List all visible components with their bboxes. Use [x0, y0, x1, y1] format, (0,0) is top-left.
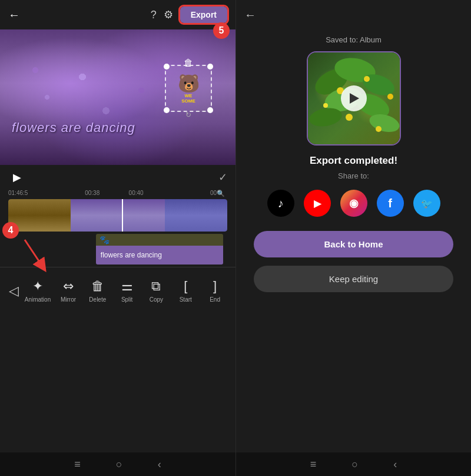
zoom-icon[interactable]: 🔍 — [217, 190, 225, 197]
delete-label: Delete — [89, 296, 106, 303]
left-system-nav: ≡ ○ ‹ — [0, 452, 236, 476]
timeline-strip[interactable] — [8, 199, 227, 232]
strip-segment-3 — [165, 199, 227, 232]
left-header: ← ? ⚙ Export — [0, 0, 236, 29]
tool-end[interactable]: ] End — [203, 279, 227, 303]
right-panel: ← Saved to: Album — [236, 0, 471, 476]
tool-mirror[interactable]: ⇔ Mirror — [57, 279, 80, 303]
sticker-selection-box[interactable]: 🗑 🐻 WESOME ↻ — [165, 65, 212, 112]
right-home-button[interactable]: ○ — [351, 458, 358, 471]
nav-arrow-left[interactable]: ◁ — [9, 283, 19, 299]
twitter-share-button[interactable]: 🐦 — [413, 190, 440, 217]
play-icon-overlay[interactable] — [341, 85, 367, 111]
keep-editing-button[interactable]: Keep editing — [254, 266, 453, 292]
copy-label: Copy — [150, 296, 163, 303]
time-mid1: 00:38 — [85, 190, 99, 196]
sticker-handle-br[interactable] — [207, 107, 213, 113]
instagram-share-button[interactable]: ◉ — [340, 190, 367, 217]
split-icon: ⚌ — [121, 279, 133, 294]
saved-to-label: Saved to: Album — [326, 35, 382, 44]
end-label: End — [210, 296, 220, 303]
animation-label: Animation — [25, 296, 51, 303]
settings-button[interactable]: ⚙ — [164, 8, 173, 21]
svg-point-12 — [323, 103, 328, 108]
back-button[interactable]: ← — [8, 8, 20, 22]
play-button[interactable]: ▶ — [8, 168, 26, 186]
subtitle-bar[interactable]: flowers are dancing — [96, 246, 223, 265]
end-icon: ] — [213, 279, 217, 294]
time-end: 00 — [210, 190, 217, 196]
thumbnail-background — [308, 52, 400, 144]
help-button[interactable]: ? — [151, 9, 157, 21]
home-button[interactable]: ○ — [116, 458, 122, 471]
time-mid2: 00:40 — [129, 190, 144, 196]
svg-point-11 — [346, 114, 353, 121]
tiktok-share-button[interactable]: ♪ — [267, 190, 294, 217]
video-strip — [8, 199, 227, 232]
bottom-toolbar: ◁ ✦ Animation ⇔ Mirror 🗑 Delete ⚌ Split … — [0, 267, 236, 314]
right-header: ← — [236, 0, 471, 29]
share-icons-row: ♪ ▶ ◉ f 🐦 — [267, 190, 440, 217]
svg-point-13 — [376, 126, 382, 132]
right-content: Saved to: Album — [236, 29, 471, 452]
dancing-text: flowers are dancing — [12, 120, 135, 135]
right-back-button[interactable]: ← — [244, 8, 256, 22]
tool-copy[interactable]: ⧉ Copy — [144, 279, 168, 303]
arrow-svg — [19, 237, 54, 269]
play-triangle — [350, 93, 359, 104]
sticker-handle-bl[interactable] — [164, 107, 170, 113]
sticker-handle-tr[interactable] — [207, 64, 213, 70]
animation-icon: ✦ — [32, 279, 43, 294]
tiktok-icon: ♪ — [278, 197, 284, 210]
timeline-track — [8, 199, 227, 232]
facebook-share-button[interactable]: f — [377, 190, 404, 217]
mirror-icon: ⇔ — [63, 279, 74, 294]
export-complete-text: Export completed! — [310, 155, 397, 167]
svg-point-9 — [364, 76, 370, 82]
svg-point-10 — [387, 94, 393, 100]
right-menu-button[interactable]: ≡ — [310, 458, 317, 471]
export-thumbnail[interactable] — [307, 51, 401, 146]
back-to-home-button[interactable]: Back to Home — [254, 231, 453, 257]
export-button[interactable]: Export — [180, 6, 227, 23]
youtube-icon: ▶ — [314, 198, 321, 209]
timeline-controls: ▶ ✓ — [0, 165, 236, 190]
tool-animation[interactable]: ✦ Animation — [25, 279, 51, 303]
copy-icon: ⧉ — [151, 279, 161, 294]
menu-button[interactable]: ≡ — [74, 458, 81, 471]
subtitle-track-container: 4 🐾 flowers are dancing — [8, 234, 227, 265]
facebook-icon: f — [388, 197, 392, 210]
mirror-label: Mirror — [61, 296, 76, 303]
right-system-nav: ≡ ○ ‹ — [236, 452, 471, 476]
tool-split[interactable]: ⚌ Split — [115, 279, 139, 303]
start-icon: [ — [184, 279, 187, 294]
start-label: Start — [180, 296, 192, 303]
tool-start[interactable]: [ Start — [174, 279, 197, 303]
sticker-content: 🐻 WESOME — [166, 66, 211, 111]
sticker-timeline-icon: 🐾 — [99, 235, 110, 244]
step-5-badge: 5 — [213, 22, 230, 39]
sticker-timeline-track: 🐾 — [96, 234, 223, 246]
sticker-emoji: 🐻 — [178, 73, 200, 94]
sticker-handle-tl[interactable] — [164, 64, 170, 70]
tool-delete[interactable]: 🗑 Delete — [86, 279, 110, 303]
rotate-handle[interactable]: ↻ — [185, 111, 191, 119]
strip-segment-2 — [71, 199, 164, 232]
subtitle-bar-text: flowers are dancing — [101, 251, 162, 259]
sticker-text: WESOME — [181, 94, 195, 104]
left-panel: ← ? ⚙ Export 5 flowers are dancing 🗑 🐻 W… — [0, 0, 236, 476]
check-button[interactable]: ✓ — [218, 171, 227, 184]
video-preview: flowers are dancing 🗑 🐻 WESOME ↻ — [0, 29, 236, 165]
svg-line-0 — [25, 240, 42, 266]
share-to-text: Share to: — [338, 171, 369, 180]
youtube-share-button[interactable]: ▶ — [304, 190, 331, 217]
instagram-icon: ◉ — [349, 197, 359, 210]
back-system-button[interactable]: ‹ — [158, 458, 161, 471]
twitter-icon: 🐦 — [421, 198, 433, 209]
timeline-cursor — [122, 199, 123, 232]
right-back-system-button[interactable]: ‹ — [393, 458, 397, 471]
time-start: 01:46:5 — [8, 190, 28, 196]
timeline-area: ▶ ✓ 01:46:5 00:38 00:40 00 🔍 — [0, 165, 236, 452]
delete-icon: 🗑 — [91, 279, 104, 294]
split-label: Split — [121, 296, 132, 303]
